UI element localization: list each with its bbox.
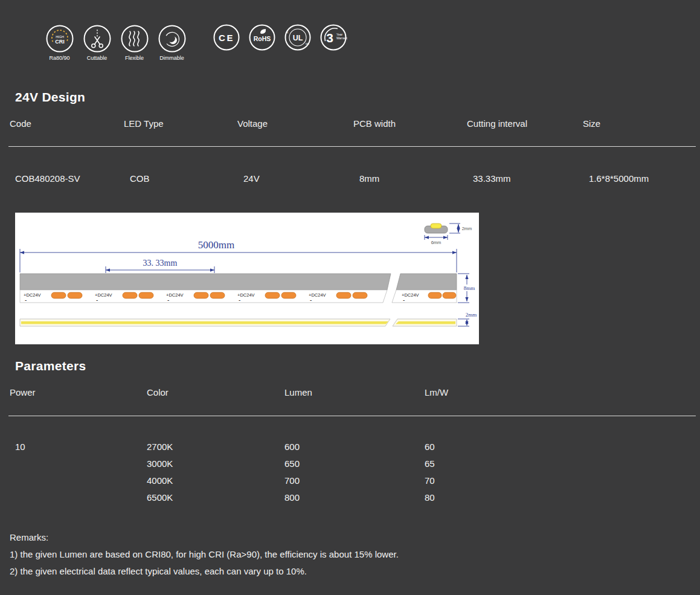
solder-pad <box>51 292 66 298</box>
dim-cutting-interval: 33. 33mm <box>143 259 178 268</box>
dim-bottom-height: 2mm <box>466 312 477 318</box>
led-strip-spec-sheet: HIGH CRI Ra80/90 Cuttable Flexible <box>0 0 700 595</box>
parameters-table-body: 10 2700K 600 60 3000K 650 65 4000K 700 7… <box>15 439 696 506</box>
design-table-divider <box>8 146 696 147</box>
silicone-core-left <box>21 321 388 324</box>
strip-diagram-svg: 5000mm 33. 33mm +DC24V - +DC24V - +DC24V… <box>15 213 479 344</box>
col-lumen: Lumen <box>284 387 425 397</box>
badge-high-cri: HIGH CRI Ra80/90 <box>43 24 75 61</box>
solder-pad <box>281 292 296 298</box>
cell-lmw: 65 <box>425 455 696 472</box>
cell-power <box>15 472 147 489</box>
ul-text: UL <box>293 34 303 42</box>
design-table-row: COB480208-SV COB 24V 8mm 33.33mm 1.6*8*5… <box>15 173 696 184</box>
solder-pad <box>428 292 442 298</box>
solder-pad <box>210 292 225 298</box>
cell-power <box>15 489 147 506</box>
rohs-icon: RoHS <box>248 24 276 51</box>
pad-minus: - <box>25 297 27 303</box>
dim-total-length: 5000mm <box>198 239 234 251</box>
badge-cuttable: Cuttable <box>81 24 113 61</box>
high-cri-text: CRI <box>55 39 65 45</box>
cell-color: 3000K <box>147 455 284 472</box>
dim-cross-width: 6mm <box>431 240 442 245</box>
remarks-title: Remarks: <box>10 529 399 546</box>
badge-label-flexible: Flexible <box>125 55 144 61</box>
high-cri-icon: HIGH CRI <box>45 24 74 53</box>
warranty-icon: 3 Year Warranty <box>319 24 347 51</box>
ul-us-text: us <box>306 42 309 45</box>
dimmable-icon <box>158 24 187 53</box>
badge-label-cuttable: Cuttable <box>87 55 108 61</box>
cell-power <box>15 455 147 472</box>
solder-pad <box>68 292 82 298</box>
cell-cutting-interval: 33.33mm <box>473 173 589 184</box>
badge-label-dimmable: Dimmable <box>159 55 184 61</box>
strip-dimension-diagram: 5000mm 33. 33mm +DC24V - +DC24V - +DC24V… <box>15 213 479 344</box>
solder-pad <box>265 292 280 298</box>
cell-lumen: 600 <box>284 439 425 455</box>
solder-pad <box>353 292 367 298</box>
col-cutting-interval: Cutting interval <box>467 118 583 129</box>
ce-icon: CE <box>213 24 240 51</box>
warranty-line2: Warranty <box>336 36 347 40</box>
strip-top-right <box>396 274 457 290</box>
certification-badges: CE RoHS UL c us 3 Year Warranty <box>213 24 347 51</box>
cell-color: 2700K <box>147 439 284 455</box>
scissors-icon <box>83 24 112 53</box>
cell-lmw: 80 <box>425 489 696 506</box>
col-color: Color <box>147 387 284 397</box>
cell-pcb-width: 8mm <box>359 173 473 184</box>
col-lmw: Lm/W <box>425 387 696 397</box>
rohs-text: RoHS <box>254 35 271 42</box>
silicone-core-right <box>396 321 455 324</box>
badge-dimmable: Dimmable <box>156 24 188 61</box>
cell-lmw: 60 <box>425 439 696 455</box>
remark-line: 2) the given electrical data reflect typ… <box>10 563 399 580</box>
dim-strip-width: 8mm <box>464 285 475 291</box>
ul-icon: UL c us <box>284 24 312 51</box>
solder-pad <box>139 292 153 298</box>
solder-pad <box>123 292 137 298</box>
col-code: Code <box>10 118 124 129</box>
cell-voltage: 24V <box>243 173 359 184</box>
warranty-number: 3 <box>326 31 333 45</box>
col-power: Power <box>10 387 147 397</box>
cell-power: 10 <box>15 439 147 455</box>
col-led-type: LED Type <box>124 118 237 129</box>
cell-color: 4000K <box>147 472 284 489</box>
solder-pad <box>336 292 351 298</box>
col-voltage: Voltage <box>237 118 353 129</box>
wave-icon <box>120 24 149 53</box>
parameters-section-title: Parameters <box>15 359 86 373</box>
cell-lumen: 700 <box>284 472 425 489</box>
pad-minus: - <box>403 297 405 303</box>
feature-badges: HIGH CRI Ra80/90 Cuttable Flexible <box>43 24 188 61</box>
pad-minus: - <box>167 297 169 303</box>
table-row: 4000K 700 70 <box>15 472 696 489</box>
cell-lumen: 800 <box>284 489 425 506</box>
solder-pad <box>443 292 456 298</box>
table-row: 6500K 800 80 <box>15 489 696 506</box>
table-row: 10 2700K 600 60 <box>15 439 696 455</box>
table-row: 3000K 650 65 <box>15 455 696 472</box>
cell-size: 1.6*8*5000mm <box>589 173 696 184</box>
parameters-table-header: Power Color Lumen Lm/W <box>10 387 696 397</box>
design-section-title: 24V Design <box>15 90 85 105</box>
col-size: Size <box>583 118 696 129</box>
ce-text: CE <box>219 33 234 43</box>
dim-cross-height: 2mm <box>462 226 472 231</box>
remarks: Remarks: 1) the given Lumen are based on… <box>10 529 399 580</box>
col-pcb-width: PCB width <box>353 118 467 129</box>
cell-color: 6500K <box>147 489 284 506</box>
pad-minus: - <box>239 297 240 303</box>
remark-line: 1) the given Lumen are based on CRI80, f… <box>10 546 399 563</box>
strip-top-left <box>20 274 391 290</box>
cell-lmw: 70 <box>425 472 696 489</box>
pad-minus: - <box>96 297 98 303</box>
cross-section-led <box>431 224 442 228</box>
cell-code: COB480208-SV <box>15 173 130 184</box>
design-table-header: Code LED Type Voltage PCB width Cutting … <box>10 118 696 129</box>
pad-minus: - <box>310 297 312 303</box>
badge-flexible: Flexible <box>118 24 150 61</box>
